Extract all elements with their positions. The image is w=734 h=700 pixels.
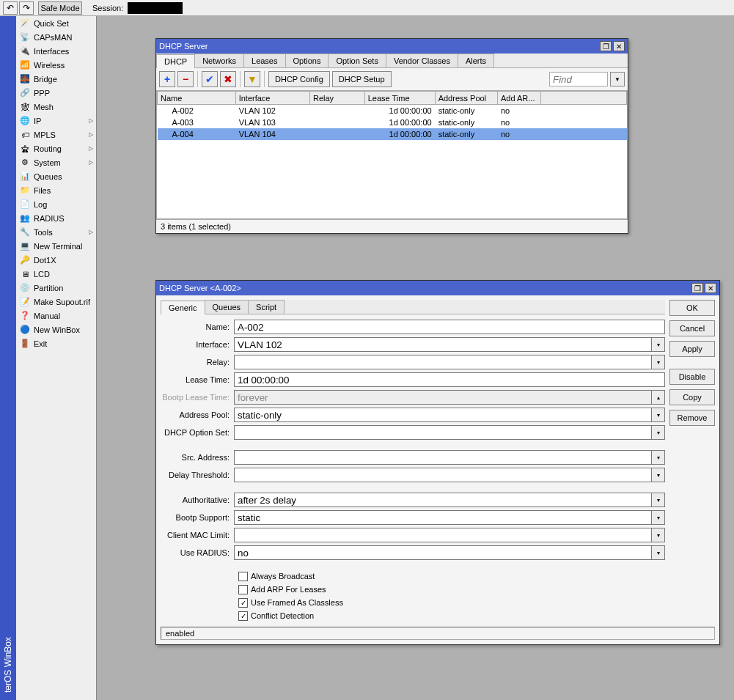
src-dropdown[interactable]: ▾ [652, 450, 665, 465]
sidebar-item-bridge[interactable]: 🌉Bridge [16, 72, 96, 86]
sidebar-item-lcd[interactable]: 🖥LCD [16, 267, 96, 281]
always-broadcast-checkbox[interactable] [238, 572, 248, 581]
window-close-button[interactable]: ✕ [705, 283, 716, 293]
conflict-detection-label: Conflict Detection [251, 611, 314, 620]
auth-input[interactable] [234, 493, 652, 507]
sidebar-item-system[interactable]: ⚙System▷ [16, 155, 96, 169]
optset-dropdown[interactable]: ▾ [652, 425, 665, 440]
pool-dropdown[interactable]: ▾ [652, 408, 665, 422]
sidebar-item-make-supout.rif[interactable]: 📝Make Supout.rif [16, 295, 96, 309]
column-header[interactable]: Interface [235, 92, 309, 105]
sidebar-item-interfaces[interactable]: 🔌Interfaces [16, 44, 96, 58]
table-row[interactable]: A-002VLAN 1021d 00:00:00static-onlyno [158, 105, 627, 117]
tab-queues[interactable]: Queues [205, 300, 249, 314]
interface-dropdown[interactable]: ▾ [652, 337, 665, 352]
src-input[interactable] [234, 450, 652, 465]
auth-dropdown[interactable]: ▾ [652, 493, 665, 507]
window-titlebar[interactable]: DHCP Server <A-002> ❐ ✕ [156, 281, 719, 295]
sidebar-item-quick-set[interactable]: 🪄Quick Set [16, 16, 96, 30]
filter-button[interactable]: ▼ [244, 71, 260, 87]
safemode-button[interactable]: Safe Mode [38, 1, 82, 15]
relay-input[interactable] [234, 355, 652, 369]
sidebar-item-capsman[interactable]: 📡CAPsMAN [16, 30, 96, 44]
sidebar-item-new-terminal[interactable]: 💻New Terminal [16, 239, 96, 253]
sidebar-item-wireless[interactable]: 📶Wireless [16, 58, 96, 72]
lease-input[interactable] [234, 372, 665, 387]
window-restore-button[interactable]: ❐ [600, 41, 612, 51]
optset-input[interactable] [234, 425, 652, 440]
apply-button[interactable]: Apply [669, 341, 715, 357]
redo-button[interactable]: ↷ [19, 1, 34, 15]
mac-input[interactable] [234, 528, 652, 542]
radius-input[interactable] [234, 545, 652, 560]
dhcp-setup-button[interactable]: DHCP Setup [332, 71, 392, 87]
ok-button[interactable]: OK [669, 300, 715, 316]
column-header[interactable] [540, 92, 626, 105]
bootp-sup-dropdown[interactable]: ▾ [652, 510, 665, 525]
undo-button[interactable]: ↶ [3, 1, 18, 15]
disable-button[interactable]: Disable [669, 369, 715, 385]
sidebar-item-mesh[interactable]: 🕸Mesh [16, 100, 96, 114]
add-button[interactable]: + [159, 71, 175, 87]
window-close-button[interactable]: ✕ [613, 41, 625, 51]
interface-input[interactable] [234, 337, 652, 352]
sidebar-icon: ⚙ [19, 157, 31, 169]
tab-options[interactable]: Options [285, 54, 329, 67]
relay-label: Relay: [161, 358, 234, 366]
column-header[interactable]: Add AR... [497, 92, 540, 105]
sidebar-item-ip[interactable]: 🌐IP▷ [16, 114, 96, 128]
column-header[interactable]: Lease Time [364, 92, 435, 105]
find-dropdown[interactable]: ▼ [610, 72, 625, 86]
sidebar-item-routing[interactable]: 🛣Routing▷ [16, 141, 96, 155]
column-header[interactable]: Name [158, 92, 236, 105]
bootp-sup-input[interactable] [234, 510, 652, 525]
bootp-lease-dropdown[interactable]: ▴ [652, 390, 665, 405]
sidebar-item-queues[interactable]: 📊Queues [16, 169, 96, 183]
sidebar-item-tools[interactable]: 🔧Tools▷ [16, 225, 96, 239]
tab-networks[interactable]: Networks [194, 54, 244, 67]
radius-dropdown[interactable]: ▾ [652, 545, 665, 560]
remove-button[interactable]: − [177, 71, 194, 87]
table-row[interactable]: A-004VLAN 1041d 00:00:00static-onlyno [158, 128, 627, 140]
remove-button[interactable]: Remove [669, 410, 715, 426]
delay-input[interactable] [234, 468, 652, 482]
sidebar-item-files[interactable]: 📁Files [16, 183, 96, 197]
enable-button[interactable]: ✔ [202, 71, 218, 87]
tab-dhcp[interactable]: DHCP [156, 54, 195, 68]
tab-leases[interactable]: Leases [243, 54, 285, 67]
sidebar-item-log[interactable]: 📄Log [16, 197, 96, 211]
sidebar-item-exit[interactable]: 🚪Exit [16, 336, 96, 350]
pool-input[interactable] [234, 408, 652, 422]
disable-button[interactable]: ✖ [220, 71, 236, 87]
sidebar-item-manual[interactable]: ❓Manual [16, 309, 96, 323]
radius-label: Use RADIUS: [161, 548, 234, 557]
tab-generic[interactable]: Generic [161, 301, 205, 314]
name-input[interactable] [234, 320, 665, 334]
conflict-detection-checkbox[interactable]: ✓ [238, 611, 248, 621]
relay-dropdown[interactable]: ▾ [652, 355, 665, 369]
column-header[interactable]: Relay [309, 92, 364, 105]
tab-vendor-classes[interactable]: Vendor Classes [386, 54, 458, 67]
sidebar-item-label: Files [34, 186, 51, 195]
window-restore-button[interactable]: ❐ [691, 283, 703, 293]
column-header[interactable]: Address Pool [435, 92, 497, 105]
add-arp-checkbox[interactable] [238, 585, 248, 594]
sidebar-item-partition[interactable]: 💿Partition [16, 281, 96, 295]
cancel-button[interactable]: Cancel [669, 320, 715, 336]
find-input[interactable] [549, 72, 608, 86]
sidebar-item-radius[interactable]: 👥RADIUS [16, 211, 96, 225]
tab-option-sets[interactable]: Option Sets [328, 54, 386, 67]
dhcp-config-button[interactable]: DHCP Config [268, 71, 330, 87]
sidebar-item-new-winbox[interactable]: 🔵New WinBox [16, 323, 96, 336]
window-titlebar[interactable]: DHCP Server ❐ ✕ [156, 39, 628, 54]
use-framed-checkbox[interactable]: ✓ [238, 598, 248, 608]
copy-button[interactable]: Copy [669, 389, 715, 405]
table-row[interactable]: A-003VLAN 1031d 00:00:00static-onlyno [158, 117, 627, 128]
delay-dropdown[interactable]: ▾ [652, 468, 665, 482]
tab-alerts[interactable]: Alerts [458, 54, 494, 67]
sidebar-item-mpls[interactable]: 🏷MPLS▷ [16, 128, 96, 141]
tab-script[interactable]: Script [248, 300, 285, 314]
sidebar-item-dot1x[interactable]: 🔑Dot1X [16, 253, 96, 267]
mac-dropdown[interactable]: ▾ [652, 528, 665, 542]
sidebar-item-ppp[interactable]: 🔗PPP [16, 86, 96, 100]
